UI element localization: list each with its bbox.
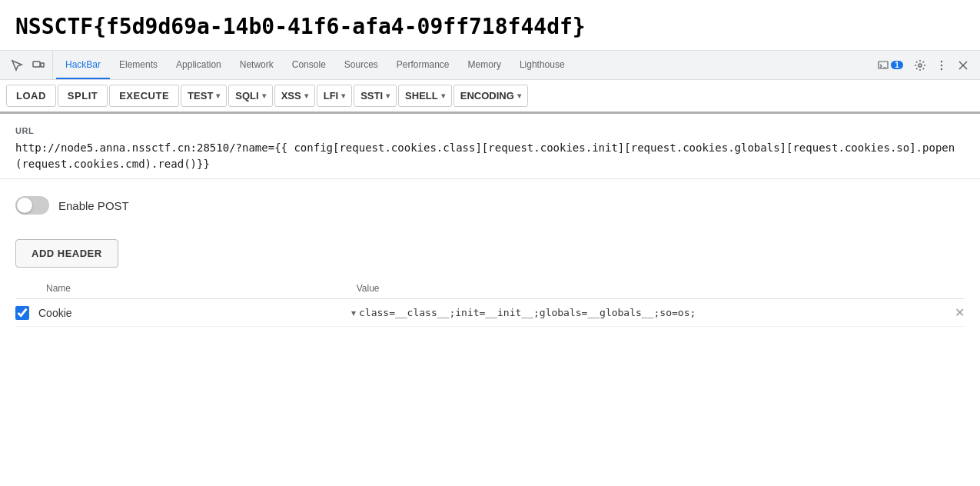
title-bar: NSSCTF{f5d9d69a-14b0-41f6-afa4-09ff718f4… [0,0,980,51]
ssti-dropdown[interactable]: SSTI ▾ [354,85,397,107]
tab-hackbar[interactable]: HackBar [56,51,110,79]
header-name-cell: Cookie [38,307,345,319]
lfi-dropdown-arrow: ▾ [341,92,345,100]
toggle-knob [17,198,32,213]
devtools-tabs: HackBar Elements Application Network Con… [56,51,869,79]
tab-lighthouse[interactable]: Lighthouse [510,51,574,79]
hackbar-toolbar: LOAD SPLIT EXECUTE TEST ▾ SQLI ▾ XSS ▾ L… [0,80,980,114]
svg-point-3 [941,60,942,62]
url-label: URL [15,126,965,135]
svg-rect-0 [33,62,40,67]
header-value-cell: ▾ class=__class__;init=__init__;globals=… [345,305,965,320]
sqli-dropdown[interactable]: SQLI ▾ [228,85,272,107]
value-dropdown-icon[interactable]: ▾ [351,308,356,318]
header-table-header: Name Value [15,280,965,299]
devtools-icon-group [3,51,53,79]
test-dropdown[interactable]: TEST ▾ [181,85,227,107]
svg-point-4 [941,64,942,65]
lfi-dropdown[interactable]: LFI ▾ [317,85,353,107]
svg-point-5 [941,68,942,69]
header-row-checkbox[interactable] [15,306,29,320]
table-row: Cookie ▾ class=__class__;init=__init__;g… [15,299,965,327]
enable-post-toggle[interactable] [15,196,49,215]
xss-dropdown-arrow: ▾ [304,92,308,100]
col-value-header: Value [350,283,965,294]
sqli-dropdown-arrow: ▾ [262,92,266,100]
encoding-dropdown[interactable]: ENCODING ▾ [453,85,528,107]
tab-memory[interactable]: Memory [459,51,510,79]
header-value-text[interactable]: class=__class__;init=__init__;globals=__… [359,307,945,318]
col-name-header: Name [46,283,350,294]
tab-sources[interactable]: Sources [335,51,387,79]
enable-post-section: Enable POST [0,179,980,227]
add-header-button[interactable]: ADD HEADER [15,239,118,268]
test-dropdown-arrow: ▾ [216,92,220,100]
svg-rect-1 [41,63,44,67]
tab-console[interactable]: Console [283,51,335,79]
devtools-bar: HackBar Elements Application Network Con… [0,51,980,80]
svg-point-2 [919,64,922,67]
add-header-section: ADD HEADER [0,227,980,280]
inspect-element-icon[interactable] [8,56,26,75]
main-content: URL http://node5.anna.nssctf.cn:28510/?n… [0,114,980,327]
tab-performance[interactable]: Performance [387,51,459,79]
tab-network[interactable]: Network [231,51,283,79]
delete-header-button[interactable]: ✕ [955,305,965,320]
url-section: URL http://node5.anna.nssctf.cn:28510/?n… [0,114,980,179]
execute-button[interactable]: EXECUTE [109,85,179,107]
close-devtools-icon[interactable] [954,56,972,75]
devtools-right-controls: 1 [869,56,977,75]
enable-post-label: Enable POST [58,199,129,212]
encoding-dropdown-arrow: ▾ [517,92,521,100]
tab-application[interactable]: Application [167,51,231,79]
split-button[interactable]: SPLIT [58,85,108,107]
xss-dropdown[interactable]: XSS ▾ [274,85,315,107]
console-badge-button[interactable]: 1 [873,58,908,72]
shell-dropdown[interactable]: SHELL ▾ [398,85,452,107]
console-error-count: 1 [891,61,903,69]
tab-elements[interactable]: Elements [110,51,167,79]
shell-dropdown-arrow: ▾ [441,92,445,100]
load-button[interactable]: LOAD [6,85,56,107]
ssti-dropdown-arrow: ▾ [386,92,390,100]
more-options-icon[interactable] [932,56,951,75]
url-value[interactable]: http://node5.anna.nssctf.cn:28510/?name=… [15,140,965,172]
header-table-section: Name Value Cookie ▾ class=__class__;init… [0,280,980,327]
device-toggle-icon[interactable] [29,56,48,75]
settings-icon[interactable] [911,56,929,75]
page-title: NSSCTF{f5d9d69a-14b0-41f6-afa4-09ff718f4… [15,14,586,39]
col-check-header [15,283,46,294]
